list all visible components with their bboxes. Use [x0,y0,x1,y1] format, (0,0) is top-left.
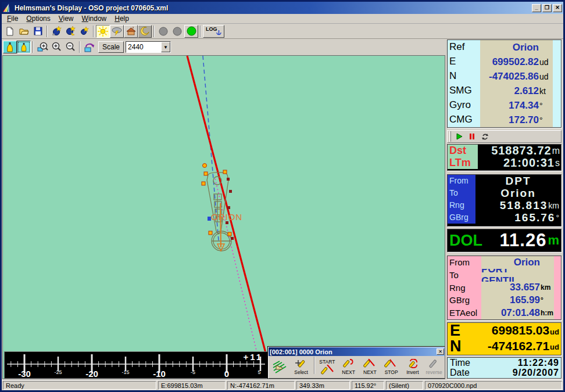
previous-view-icon [84,42,95,52]
storm-cloud-icon [112,27,122,35]
tracker-select-label: Select [294,369,308,375]
minimize-button[interactable]: _ [532,4,541,12]
dusk-mode-button[interactable] [124,25,138,38]
route-label: GBrg [448,294,481,307]
wpt-label: From [448,175,475,187]
toolbar-separator [33,41,34,53]
toolbar-grip[interactable] [449,131,451,142]
menu-view[interactable]: View [55,14,78,23]
ref-row: Gyro174.34° [448,98,561,113]
status-light-1[interactable] [156,25,170,38]
wpt-row: FromDPT [448,175,561,187]
device-star-icon [51,26,62,36]
zoom-in-button[interactable] [49,41,63,53]
play-icon [456,133,463,140]
tracker-start-button[interactable]: START [317,357,338,377]
play-button[interactable] [453,131,466,142]
night-mode-button[interactable] [138,25,152,38]
main-toolbar: LOG [2,24,563,39]
status-filename: 070920C000.npd [425,381,562,390]
device-star-small-icon [79,26,90,36]
open-file-button[interactable] [17,25,31,38]
status-light-green[interactable] [184,25,198,38]
chart-canvas: ORION [3,56,445,379]
dst-label: Dst [448,145,478,157]
log-anchor-icon [216,30,221,36]
ref-label: Gyro [448,98,480,113]
ref-row: N-474025.86ud [448,69,561,84]
previous-view-button[interactable] [82,41,96,53]
route-unit: h:m [540,309,554,317]
open-folder-icon [19,27,29,36]
zoom-out-button[interactable] [63,41,77,53]
track-files-icon [273,361,287,373]
scale-combobox[interactable]: 2440 ▼ [126,41,171,53]
stop-line-icon [384,359,398,369]
tracker-next2-button[interactable]: NEXT [359,357,381,377]
tracker-next-button[interactable]: NEXT [338,357,359,377]
toolbar-separator [79,41,80,53]
scale-button[interactable]: Scale [98,41,124,53]
ref-unit: ud [539,72,553,81]
ruler-label: -20 [85,369,98,378]
pos-unit: ud [549,340,561,351]
tracker-close-icon[interactable]: ✕ [437,348,444,355]
toolbar-separator [200,26,201,37]
status-light-2[interactable] [170,25,184,38]
tracker-toolbar-window[interactable]: [002:001] 0000 Orion ✕ [268,347,445,379]
status-mode: (Silent) [386,381,423,390]
loop-button[interactable] [478,131,491,142]
route-value: 33.657 [510,282,540,293]
ruler-label: -10 [153,369,166,378]
wpt-value: 518.813 [500,199,548,211]
chart-area[interactable]: ORION -30 -20 -10 0 -25 [2,55,445,379]
window-title: Helmsman's Display - OSO project 070605.… [15,4,531,12]
menu-help[interactable]: Help [110,14,133,23]
save-button[interactable] [31,25,45,38]
storm-mode-button[interactable] [110,25,124,38]
route-row: ToPORT GENTIL [448,269,561,282]
ruler-sublabel: -15 [121,369,129,375]
menu-window[interactable]: Window [78,14,111,23]
ruler-scale: -30 -20 -10 0 -25 -15 -5 5 +11 [5,352,267,378]
buoy-tool-button[interactable] [3,41,17,53]
ref-row: CMG172.70° [448,113,561,127]
zoom-area-button[interactable] [35,41,49,53]
connect-device-3-button[interactable] [77,25,91,38]
wpt-value: Orion [500,187,536,199]
tracker-title-bar[interactable]: [002:001] 0000 Orion ✕ [269,347,445,356]
restore-button[interactable]: ❐ [542,4,552,12]
select-crosshair-icon [294,359,308,369]
tracker-reverse-button[interactable]: reverse [423,357,445,377]
buoy-tool-selected-button[interactable] [17,41,31,53]
reference-panel: RefOrion E699502.82ud N-474025.86ud SMG2… [447,39,562,128]
tracker-stop-button[interactable]: STOP [381,357,402,377]
connect-device-2-button[interactable] [63,25,77,38]
status-northing: N:-474162.71m [227,381,295,390]
tracker-invert-button[interactable]: Invert [402,357,424,377]
ref-unit: ° [539,101,553,110]
tracker-files-button[interactable] [269,357,291,377]
wpt-label: GBrg [448,211,475,224]
instrument-panel: RefOrion E699502.82ud N-474025.86ud SMG2… [446,39,563,380]
panel-strip [553,55,561,69]
panel-strip [553,84,561,98]
pause-icon [469,133,475,140]
connect-device-1-button[interactable] [49,25,63,38]
status-bearing: 115.92° [352,381,384,390]
pos-row: N-474162.71ud [448,339,561,354]
pause-button[interactable] [466,131,478,142]
log-button[interactable]: LOG [203,25,224,38]
day-mode-button[interactable] [96,25,110,38]
ref-unit: ° [539,116,553,125]
new-file-button[interactable] [3,25,17,38]
close-button[interactable]: ✕ [553,4,562,12]
menu-file[interactable]: File [3,14,22,23]
wpt-label: Rng [448,199,475,211]
route-value: 165.99 [510,294,540,306]
tracker-select-button[interactable]: Select [291,357,312,377]
chevron-down-icon[interactable]: ▼ [161,42,170,52]
title-bar: Helmsman's Display - OSO project 070605.… [2,2,563,14]
menu-options[interactable]: Options [22,14,54,23]
zoom-in-icon [51,42,62,52]
